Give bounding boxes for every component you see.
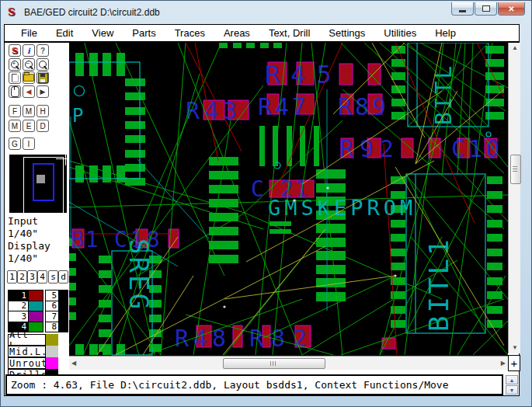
- scroll-left-arrow[interactable]: ◀: [71, 360, 76, 367]
- display-grid-value: 1/40": [8, 252, 38, 264]
- palette-layer-7[interactable]: 7: [45, 311, 59, 322]
- application-window: S BAE/GED circuit2 D:\circuit2.ddb ✕ Fil…: [0, 0, 532, 407]
- quick-button-s[interactable]: s: [48, 270, 58, 284]
- menu-file[interactable]: File: [12, 27, 47, 39]
- layer-toggle-alll[interactable]: All L.: [8, 334, 46, 346]
- overview-panel[interactable]: [9, 155, 67, 213]
- mouse-button[interactable]: [9, 85, 21, 98]
- palette-layer-3[interactable]: 3: [8, 311, 29, 322]
- svg-text:R47: R47: [258, 93, 309, 120]
- prev-button[interactable]: ◀: [23, 85, 35, 98]
- button-i[interactable]: I: [23, 137, 35, 150]
- minimize-icon: [459, 10, 466, 12]
- client-area: FileEditViewPartsTracesAreasText, DrillS…: [4, 24, 520, 396]
- status-scroll-down[interactable]: ▼: [506, 385, 518, 395]
- new-file-button[interactable]: [9, 71, 21, 84]
- menu-help[interactable]: Help: [426, 27, 465, 39]
- palette-swatch-3[interactable]: [28, 311, 43, 322]
- arrow-left-icon: ◀: [26, 88, 32, 96]
- button-m1[interactable]: M: [23, 105, 35, 117]
- save-disk-icon: [38, 73, 48, 83]
- palette-swatch-6[interactable]: [58, 301, 68, 312]
- arrow-right-icon: ▶: [40, 88, 46, 96]
- button-g[interactable]: G: [9, 137, 21, 150]
- menubar: FileEditViewPartsTracesAreasText, DrillS…: [5, 25, 519, 43]
- left-panel: Si?+−◀▶FMHMEDGI Input 1/40" Display 1/40…: [5, 43, 69, 395]
- pcb-drawing: R45R47R89R92C10R43B1C18C 21R48R82GMSKEPR…: [69, 43, 508, 356]
- horizontal-scrollbar[interactable]: ◀ ▶: [69, 356, 508, 370]
- layer-swatch-unrout[interactable]: [46, 357, 58, 369]
- layer-toggle-midl[interactable]: Mid.L.: [8, 346, 46, 357]
- next-button[interactable]: ▶: [37, 85, 49, 98]
- svg-text:R89: R89: [338, 93, 389, 120]
- menu-settings[interactable]: Settings: [319, 27, 374, 39]
- palette-swatch-8[interactable]: [58, 322, 68, 333]
- palette-layer-8[interactable]: 8: [45, 322, 59, 333]
- layer-swatch-midl[interactable]: [46, 346, 58, 357]
- layer-swatch-alll[interactable]: [46, 334, 58, 346]
- svg-text:B1: B1: [71, 227, 100, 252]
- svg-text:R48: R48: [175, 325, 231, 352]
- vertical-scrollbar[interactable]: ▲ ▼: [508, 43, 520, 353]
- open-file-button[interactable]: [23, 71, 35, 84]
- bae-logo-button[interactable]: S: [9, 44, 21, 57]
- button-d[interactable]: D: [37, 120, 49, 132]
- palette-layer-5[interactable]: 5: [45, 290, 59, 301]
- maximize-button[interactable]: [475, 2, 497, 16]
- zoom-in-button[interactable]: +: [9, 58, 21, 71]
- app-icon: S: [8, 6, 20, 19]
- maximize-icon: [482, 5, 490, 12]
- pcb-canvas[interactable]: R45R47R89R92C10R43B1C18C 21R48R82GMSKEPR…: [69, 43, 508, 356]
- palette-layer-6[interactable]: 6: [45, 301, 59, 312]
- button-f[interactable]: F: [9, 105, 21, 117]
- close-icon: ✕: [508, 5, 514, 13]
- new-file-icon: [12, 74, 19, 82]
- layer-toggle-unrout[interactable]: Unrout: [8, 357, 46, 369]
- palette-swatch-7[interactable]: [58, 311, 68, 322]
- quick-button-4[interactable]: 4: [37, 270, 47, 284]
- minimize-button[interactable]: [451, 2, 474, 16]
- menu-traces[interactable]: Traces: [165, 27, 214, 39]
- status-scroll-up[interactable]: ▲: [506, 375, 518, 384]
- scroll-down-arrow[interactable]: ▼: [512, 345, 518, 351]
- menu-text-drill[interactable]: Text, Drill: [259, 27, 319, 39]
- palette-swatch-2[interactable]: [28, 301, 43, 312]
- button-h[interactable]: H: [37, 105, 49, 117]
- svg-text:R43: R43: [186, 97, 242, 124]
- input-grid-value: 1/40": [8, 228, 38, 239]
- palette-layer-1[interactable]: 1: [8, 290, 29, 301]
- palette-swatch-1[interactable]: [28, 290, 43, 301]
- info-button[interactable]: i: [23, 44, 35, 57]
- statusbar: Zoom : 4.63, File D:\circuit2.ddb, Layou…: [5, 374, 503, 395]
- quick-button-1[interactable]: 1: [7, 270, 17, 284]
- vertical-scroll-thumb[interactable]: [510, 155, 521, 184]
- quick-button-d[interactable]: d: [58, 270, 68, 284]
- close-button[interactable]: ✕: [498, 2, 525, 16]
- menu-utilities[interactable]: Utilities: [374, 27, 426, 39]
- menu-edit[interactable]: Edit: [47, 27, 82, 39]
- status-text: Zoom : 4.63, File D:\circuit2.ddb, Layou…: [11, 379, 449, 391]
- menu-areas[interactable]: Areas: [214, 27, 259, 39]
- scroll-right-arrow[interactable]: ▶: [501, 360, 506, 367]
- titlebar[interactable]: S BAE/GED circuit2 D:\circuit2.ddb ✕: [2, 2, 530, 23]
- horizontal-scroll-thumb[interactable]: [223, 358, 325, 369]
- open-folder-icon: [23, 74, 34, 82]
- quick-button-3[interactable]: 3: [27, 270, 37, 284]
- help-button[interactable]: ?: [37, 44, 49, 57]
- menu-parts[interactable]: Parts: [123, 27, 165, 39]
- button-e[interactable]: E: [23, 120, 35, 132]
- quick-button-2[interactable]: 2: [17, 270, 27, 284]
- scroll-up-arrow[interactable]: ▲: [512, 45, 518, 51]
- input-grid-label: Input: [8, 215, 38, 227]
- mouse-icon: [11, 86, 19, 97]
- zoom-window-button[interactable]: [37, 58, 49, 71]
- zoom-plus-button[interactable]: +: [508, 355, 520, 371]
- menu-view[interactable]: View: [82, 27, 123, 39]
- overview-highlight: [37, 175, 45, 183]
- zoom-out-button[interactable]: −: [23, 58, 35, 71]
- palette-swatch-5[interactable]: [58, 290, 68, 301]
- display-grid-label: Display: [8, 240, 50, 252]
- palette-layer-2[interactable]: 2: [8, 301, 29, 312]
- button-m2[interactable]: M: [9, 120, 21, 132]
- save-button[interactable]: [37, 71, 49, 84]
